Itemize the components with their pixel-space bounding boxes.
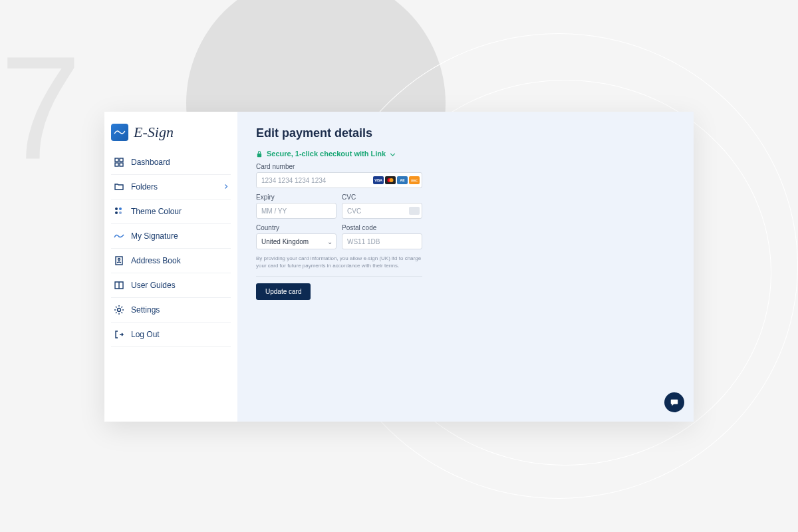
- signature-icon: [114, 231, 124, 241]
- sidebar-item-settings[interactable]: Settings: [111, 298, 231, 323]
- sidebar-item-label: Settings: [131, 305, 160, 315]
- update-card-button[interactable]: Update card: [256, 283, 311, 300]
- chevron-right-icon: [224, 182, 228, 192]
- main-content: Edit payment details Secure, 1-click che…: [237, 112, 694, 422]
- svg-point-9: [118, 259, 120, 261]
- card-number-label: Card number: [256, 163, 422, 170]
- visa-icon: VISA: [373, 176, 384, 184]
- folder-icon: [114, 182, 124, 192]
- expiry-label: Expiry: [256, 194, 336, 201]
- book-icon: [114, 280, 124, 291]
- svg-rect-2: [115, 163, 118, 166]
- sidebar-item-label: Dashboard: [131, 158, 170, 167]
- svg-rect-0: [115, 158, 118, 162]
- gear-icon: [114, 305, 124, 315]
- svg-point-13: [390, 178, 394, 182]
- sidebar-nav: Dashboard Folders Theme Colour: [104, 150, 237, 347]
- sidebar-item-theme-colour[interactable]: Theme Colour: [111, 200, 231, 224]
- country-select[interactable]: United Kingdom: [256, 233, 336, 249]
- sidebar-item-log-out[interactable]: Log Out: [111, 323, 231, 347]
- sidebar-item-label: Theme Colour: [131, 207, 182, 216]
- address-book-icon: [114, 255, 124, 266]
- dashboard-icon: [114, 157, 124, 168]
- svg-point-5: [119, 207, 122, 210]
- secure-checkout-text: Secure, 1-click checkout with Link: [267, 150, 386, 158]
- card-brand-icons: VISA AE DISC: [373, 176, 420, 184]
- cvc-card-icon: [409, 207, 420, 215]
- payment-form: Card number VISA AE DISC Expiry: [256, 163, 422, 300]
- chevron-down-icon: [390, 150, 396, 158]
- secure-checkout-link[interactable]: Secure, 1-click checkout with Link: [256, 150, 675, 158]
- country-label: Country: [256, 224, 336, 231]
- brand-logo: E-Sign: [104, 121, 237, 150]
- expiry-input[interactable]: [256, 203, 336, 219]
- svg-point-7: [119, 211, 122, 214]
- disclaimer-text: By providing your card information, you …: [256, 255, 422, 277]
- sidebar: E-Sign Dashboard Folders: [104, 112, 237, 422]
- postal-label: Postal code: [342, 224, 422, 231]
- logout-icon: [114, 329, 124, 340]
- app-window: E-Sign Dashboard Folders: [104, 112, 694, 422]
- palette-icon: [114, 206, 124, 217]
- svg-rect-1: [120, 158, 123, 162]
- svg-point-6: [115, 211, 118, 214]
- svg-rect-3: [120, 163, 123, 166]
- sidebar-item-folders[interactable]: Folders: [111, 175, 231, 200]
- mastercard-icon: [385, 176, 396, 184]
- brand-logo-badge: [111, 124, 128, 141]
- svg-rect-11: [257, 154, 261, 158]
- sidebar-item-label: Folders: [131, 182, 158, 192]
- page-title: Edit payment details: [256, 126, 675, 140]
- lock-icon: [256, 150, 263, 157]
- sidebar-item-user-guides[interactable]: User Guides: [111, 273, 231, 298]
- brand-name: E-Sign: [134, 124, 174, 141]
- discover-icon: DISC: [409, 176, 420, 184]
- sidebar-item-label: User Guides: [131, 281, 176, 290]
- sidebar-item-dashboard[interactable]: Dashboard: [111, 150, 231, 175]
- sidebar-item-label: My Signature: [131, 231, 178, 241]
- sidebar-item-address-book[interactable]: Address Book: [111, 249, 231, 273]
- chat-widget-button[interactable]: [664, 392, 684, 412]
- svg-point-4: [115, 207, 118, 210]
- sidebar-item-label: Log Out: [131, 330, 160, 339]
- sidebar-item-my-signature[interactable]: My Signature: [111, 224, 231, 249]
- sidebar-item-label: Address Book: [131, 256, 181, 265]
- amex-icon: AE: [397, 176, 408, 184]
- cvc-label: CVC: [342, 194, 422, 201]
- svg-point-10: [118, 309, 121, 312]
- postal-code-input[interactable]: [342, 233, 422, 249]
